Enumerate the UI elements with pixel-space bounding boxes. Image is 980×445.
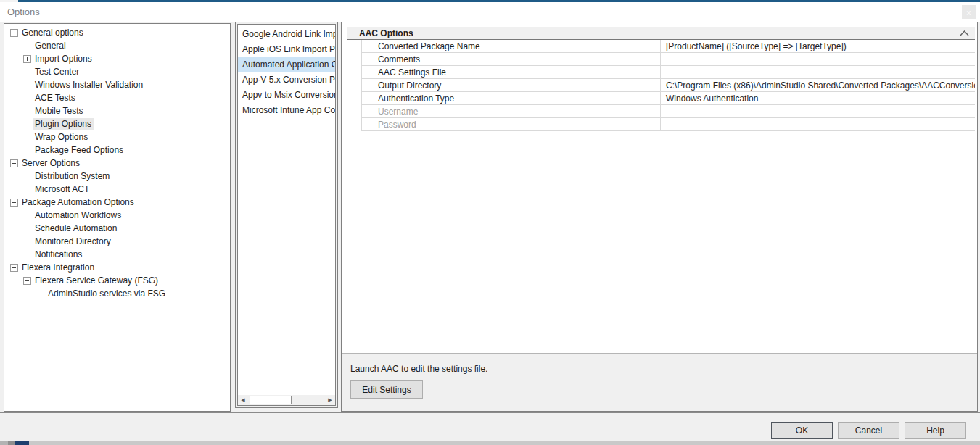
plugin-item-google-android[interactable]: Google Android Link Imp xyxy=(238,27,335,42)
tree-item-microsoft-act[interactable]: Microsoft ACT xyxy=(4,183,230,196)
indent-spacer xyxy=(23,186,33,194)
tree-item-notifications[interactable]: Notifications xyxy=(4,248,230,261)
tree-item-general[interactable]: General xyxy=(4,39,230,52)
expand-icon[interactable] xyxy=(23,55,31,63)
tree-item-schedule-automation[interactable]: Schedule Automation xyxy=(4,222,230,235)
aac-actions-area: Launch AAC to edit the settings file. Ed… xyxy=(342,353,977,411)
plugin-item-automated-application[interactable]: Automated Application C xyxy=(238,57,335,72)
ok-button[interactable]: OK xyxy=(771,422,833,439)
property-row-converted-package-name[interactable]: Converted Package Name[ProductName] ([So… xyxy=(362,40,975,53)
tree-item-label: Monitored Directory xyxy=(33,236,113,247)
tree-item-automation-workflows[interactable]: Automation Workflows xyxy=(4,209,230,222)
property-row-comments[interactable]: Comments xyxy=(362,53,975,66)
collapse-icon[interactable] xyxy=(10,264,18,272)
property-value[interactable]: Windows Authentication xyxy=(660,92,975,104)
edit-settings-button[interactable]: Edit Settings xyxy=(350,380,423,399)
horizontal-scrollbar[interactable]: ◀ ▶ xyxy=(238,395,335,405)
tree-item-label: Microsoft ACT xyxy=(33,183,91,195)
launch-aac-note: Launch AAC to edit the settings file. xyxy=(350,364,977,374)
scroll-left-icon[interactable]: ◀ xyxy=(238,395,248,405)
tree-item-label: Schedule Automation xyxy=(33,222,119,234)
title-bar: Options x xyxy=(0,2,980,22)
property-row-username: Username xyxy=(362,105,975,118)
plugins-panel: Google Android Link Imp Apple iOS Link I… xyxy=(235,22,338,408)
tree-item-distribution-system[interactable]: Distribution System xyxy=(4,170,230,183)
plugin-item-apple-ios[interactable]: Apple iOS Link Import Plu xyxy=(238,42,335,57)
dialog-title: Options xyxy=(7,7,40,17)
scrollbar-thumb[interactable] xyxy=(250,396,292,404)
property-row-aac-settings-file[interactable]: AAC Settings File xyxy=(362,66,975,79)
property-value xyxy=(660,118,975,130)
tree-item-label: Automation Workflows xyxy=(33,209,123,221)
tree-item-label: Windows Installer Validation xyxy=(33,79,145,91)
tree-item-package-automation-options[interactable]: Package Automation Options xyxy=(4,196,230,209)
collapse-icon[interactable] xyxy=(10,159,18,167)
indent-spacer xyxy=(23,120,33,128)
tree-item-label: Flexera Integration xyxy=(20,262,96,273)
options-dialog: Options x General options General Import… xyxy=(0,0,980,445)
tree-item-flexera-service-gateway[interactable]: Flexera Service Gateway (FSG) xyxy=(4,274,230,287)
taskbar-segment xyxy=(8,441,15,445)
tree-item-mobile-tests[interactable]: Mobile Tests xyxy=(4,104,230,117)
aac-options-group-header[interactable]: AAC Options xyxy=(347,27,975,40)
tree-item-label: General xyxy=(33,40,68,51)
cancel-button[interactable]: Cancel xyxy=(838,422,899,439)
property-value[interactable]: C:\Program Files (x86)\AdminStudio Share… xyxy=(660,79,975,91)
taskbar-edge xyxy=(0,441,980,445)
property-label: Comments xyxy=(362,54,660,65)
tree-item-label: ACE Tests xyxy=(33,92,78,104)
property-label: Username xyxy=(362,107,660,117)
property-row-authentication-type[interactable]: Authentication TypeWindows Authenticatio… xyxy=(362,92,975,105)
close-icon[interactable]: x xyxy=(962,5,976,19)
tree-item-wrap-options[interactable]: Wrap Options xyxy=(4,130,230,144)
indent-spacer xyxy=(23,133,33,141)
aac-options-panel: AAC Options Converted Package Name[Produ… xyxy=(341,22,978,412)
tree-item-windows-installer-validation[interactable]: Windows Installer Validation xyxy=(4,78,230,91)
help-button[interactable]: Help xyxy=(905,422,966,439)
tree-item-label: Notifications xyxy=(33,249,84,260)
plugin-item-appv-5x[interactable]: App-V 5.x Conversion Plu xyxy=(238,72,335,88)
property-value xyxy=(660,105,975,117)
collapse-icon[interactable] xyxy=(10,199,18,207)
property-label: Password xyxy=(362,120,660,130)
tree-item-label: Distribution System xyxy=(33,170,112,182)
tree-item-adminstudio-services-via-fsg[interactable]: AdminStudio services via FSG xyxy=(4,287,230,300)
tree-item-plugin-options[interactable]: Plugin Options xyxy=(4,117,230,130)
property-row-output-directory[interactable]: Output DirectoryC:\Program Files (x86)\A… xyxy=(362,79,975,92)
property-value[interactable] xyxy=(660,53,975,65)
tree-item-package-feed-options[interactable]: Package Feed Options xyxy=(4,144,230,157)
indent-spacer xyxy=(23,94,33,102)
taskbar-app-icon xyxy=(15,441,29,445)
collapse-icon[interactable] xyxy=(23,277,31,285)
tree-item-monitored-directory[interactable]: Monitored Directory xyxy=(4,235,230,248)
property-label: Authentication Type xyxy=(362,93,660,104)
tree-item-server-options[interactable]: Server Options xyxy=(4,157,230,170)
tree-item-import-options[interactable]: Import Options xyxy=(4,52,230,65)
indent-spacer xyxy=(23,42,33,50)
plugins-listbox: Google Android Link Imp Apple iOS Link I… xyxy=(237,24,336,406)
property-grid: AAC Options Converted Package Name[Produ… xyxy=(342,22,977,353)
plugin-item-microsoft-intune[interactable]: Microsoft Intune App Cor xyxy=(238,103,335,118)
chevron-up-icon[interactable] xyxy=(960,30,969,36)
group-header-label: AAC Options xyxy=(359,28,413,38)
tree-item-label: Mobile Tests xyxy=(33,105,85,117)
property-value[interactable] xyxy=(660,66,975,78)
indent-spacer xyxy=(23,251,33,259)
property-row-password: Password xyxy=(362,118,975,131)
plugins-list: Google Android Link Imp Apple iOS Link I… xyxy=(238,25,335,395)
tree-item-flexera-integration[interactable]: Flexera Integration xyxy=(4,261,230,274)
tree-item-label: AdminStudio services via FSG xyxy=(46,288,168,299)
tree-item-label-selected: Plugin Options xyxy=(33,118,94,130)
tree-item-label: Flexera Service Gateway (FSG) xyxy=(33,275,160,286)
collapse-icon[interactable] xyxy=(10,29,18,37)
indent-spacer xyxy=(23,68,33,76)
tree-item-ace-tests[interactable]: ACE Tests xyxy=(4,91,230,104)
scroll-right-icon[interactable]: ▶ xyxy=(325,395,335,405)
property-value[interactable]: [ProductName] ([SourceType] => [TargetTy… xyxy=(660,40,975,52)
scrollbar-track[interactable] xyxy=(248,395,325,405)
property-label: AAC Settings File xyxy=(362,67,660,78)
tree-item-general-options[interactable]: General options xyxy=(4,26,230,39)
plugin-item-appv-to-msix[interactable]: Appv to Msix Conversion xyxy=(238,88,335,103)
tree-item-test-center[interactable]: Test Center xyxy=(4,65,230,78)
property-label: Converted Package Name xyxy=(362,41,660,51)
